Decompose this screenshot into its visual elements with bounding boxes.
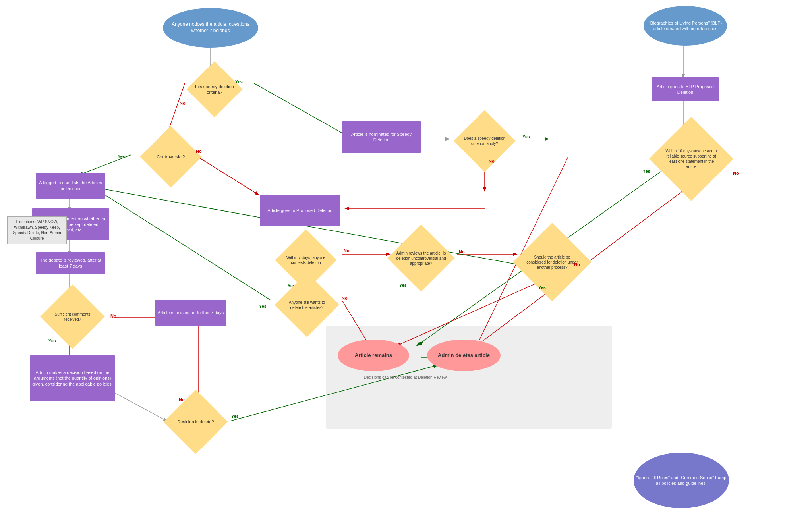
decision-delete-wrap: Desicion is delete? [159,399,232,445]
should-article-yes-label: Yes [538,285,546,290]
article-nominated-label: Article is nominated for Speedy Deletion [344,131,419,143]
decisions-contested: Decisions can be contested at Deletion R… [350,375,461,380]
does-speedy-apply-label: Does a speedy deletion criterion apply? [463,136,507,146]
decision-yes-label: Yes [231,414,239,419]
within-7-no-label: No [344,248,350,253]
fits-speedy-no-label: No [180,101,186,106]
fits-speedy-label: Fits speedy deletion criteria? [195,84,234,95]
sufficient-comments-label: Sufficient comments received? [51,312,95,322]
debate-reviewed-rect: The debate is reviewed, after at least 7… [36,252,105,274]
does-speedy-no-label: No [489,159,495,164]
within-10-no-label: No [733,171,739,176]
controversial-no-label: No [196,149,202,154]
ignore-rules-label: "Ignore all Rules" and "Common Sense" tr… [634,475,729,486]
blp-proposed-rect: Article goes to BLP Proposed Deletion [652,77,719,101]
within-10-yes-label: Yes [643,169,650,174]
should-article-label: Should the article be considered for del… [526,255,578,270]
debate-reviewed-label: The debate is reviewed, after at least 7… [38,257,103,269]
anyone-still-yes-label: Yes [259,304,267,309]
admin-reviews-wrap: Admin reviews the article: Is deletion u… [381,234,461,282]
admin-reviews-yes-label: Yes [399,283,407,287]
does-speedy-yes-label: Yes [522,134,530,139]
admin-reviews-no-label: No [459,249,465,254]
admin-reviews-label: Admin reviews the article: Is deletion u… [395,251,447,266]
proposed-deletion-rect: Article goes to Proposed Deletion [260,195,340,226]
logged-in-label: A logged-in user lists the Articles for … [38,180,103,191]
within-10-days-wrap: Within 10 days anyone add a reliable sou… [652,127,731,191]
admin-decision-rect: Admin makes a decision based on the argu… [30,355,115,401]
article-remains-ellipse: Article remains [338,340,409,371]
anyone-still-no-label: No [342,296,348,301]
does-speedy-apply-wrap: Does a speedy deletion criterion apply? [449,119,520,163]
admin-decision-label: Admin makes a decision based on the argu… [32,370,113,387]
article-relisted-rect: Article is relisted for further 7 days [155,300,226,326]
sufficient-no-label: No [110,314,116,318]
start-node: Anyone notices the article, questions wh… [163,8,258,48]
anyone-still-wants-label: Anyone still wants to delete the article… [285,300,329,310]
sufficient-yes-label: Yes [48,338,56,343]
article-nominated-rect: Article is nominated for Speedy Deletion [342,121,421,153]
proposed-deletion-label: Article goes to Proposed Deletion [267,208,332,213]
blp-proposed-label: Article goes to BLP Proposed Deletion [654,84,717,95]
controversial-wrap: Controversial? [135,135,207,179]
within-7-days-label: Within 7 days, anyone contests deletion [282,255,330,265]
within-10-days-label: Within 10 days anyone add a reliable sou… [663,149,719,169]
controversial-yes-label: Yes [118,154,125,159]
decision-no-label: No [179,397,185,402]
anyone-still-wants-wrap: Anyone still wants to delete the article… [270,282,344,328]
logged-in-user-rect: A logged-in user lists the Articles for … [36,173,105,199]
admin-deletes-ellipse: Admin deletes article [427,340,501,371]
article-relisted-label: Article is relisted for further 7 days [158,310,224,315]
decision-delete-label: Desicion is delete? [174,419,218,424]
flowchart: Anyone notices the article, questions wh… [0,0,812,517]
exceptions-note: Exceptions: WP:SNOW, Withdrawn, Speedy K… [7,216,67,244]
article-remains-label: Article remains [355,352,392,359]
fits-speedy-wrap: Fits speedy deletion criteria? [175,69,254,109]
blp-start-label: "Biographies of Living Persons" (BLP) ar… [644,20,727,32]
start-label: Anyone notices the article, questions wh… [163,21,258,34]
sufficient-comments-wrap: Sufficient comments received? [36,294,109,340]
blp-start-node: "Biographies of Living Persons" (BLP) ar… [644,6,727,46]
should-article-wrap: Should the article be considered for del… [512,234,592,290]
fits-speedy-yes-label: Yes [235,79,243,84]
svg-line-2 [254,83,346,135]
controversial-label: Controversial? [151,154,191,160]
admin-deletes-label: Admin deletes article [438,352,490,359]
ignore-rules-ellipse: "Ignore all Rules" and "Common Sense" tr… [634,453,729,508]
